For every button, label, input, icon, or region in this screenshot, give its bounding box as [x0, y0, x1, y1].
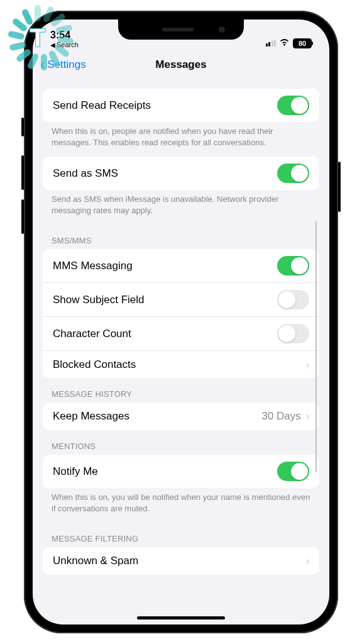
- chevron-right-icon: ›: [306, 411, 309, 422]
- cell-label: MMS Messaging: [53, 260, 277, 272]
- cell-label: Send Read Receipts: [53, 99, 277, 112]
- send-sms-footer: Send as SMS when iMessage is unavailable…: [33, 190, 329, 225]
- character-count-row[interactable]: Character Count: [43, 316, 319, 350]
- read-receipts-toggle[interactable]: [277, 96, 309, 115]
- send-sms-toggle[interactable]: [277, 164, 309, 183]
- cell-label: Notify Me: [53, 465, 277, 478]
- unknown-spam-row[interactable]: Unknown & Spam ›: [43, 547, 319, 575]
- volume-up-button: [21, 155, 24, 190]
- chevron-right-icon: ›: [306, 555, 309, 567]
- mute-switch: [21, 118, 24, 136]
- mentions-footer: When this is on, you will be notified wh…: [33, 488, 329, 523]
- message-filtering-header: MESSAGE FILTERING: [33, 523, 329, 547]
- notify-me-row[interactable]: Notify Me: [43, 455, 319, 488]
- cell-label: Blocked Contacts: [53, 358, 306, 371]
- cell-label: Send as SMS: [53, 167, 277, 180]
- cellular-signal-icon: [266, 40, 277, 47]
- chevron-right-icon: ›: [306, 359, 309, 370]
- scroll-indicator[interactable]: [315, 221, 317, 472]
- send-as-sms-row[interactable]: Send as SMS: [43, 157, 319, 190]
- page-title: Messages: [155, 58, 206, 71]
- show-subject-field-row[interactable]: Show Subject Field: [43, 282, 319, 316]
- send-read-receipts-row[interactable]: Send Read Receipts: [43, 89, 319, 122]
- cell-label: Unknown & Spam: [53, 555, 306, 567]
- cell-label: Show Subject Field: [53, 294, 277, 306]
- read-receipts-footer: When this is on, people are notified whe…: [33, 122, 329, 157]
- char-count-toggle[interactable]: [277, 324, 309, 343]
- home-indicator[interactable]: [137, 616, 225, 619]
- battery-indicator: 80: [293, 38, 312, 48]
- keep-messages-value: 30 Days: [261, 410, 300, 423]
- mentions-header: MENTIONS: [33, 430, 329, 455]
- volume-down-button: [21, 199, 24, 234]
- subject-toggle[interactable]: [277, 290, 309, 309]
- message-history-header: MESSAGE HISTORY: [33, 378, 329, 402]
- side-button: [338, 162, 341, 212]
- settings-content[interactable]: Send Read Receipts When this is on, peop…: [33, 79, 329, 612]
- blocked-contacts-row[interactable]: Blocked Contacts ›: [43, 350, 319, 378]
- cell-label: Keep Messages: [53, 410, 261, 423]
- mms-toggle[interactable]: [277, 256, 309, 275]
- sms-mms-header: SMS/MMS: [33, 225, 329, 249]
- phone-frame: 3:54 ◀ Search 80 ‹ Settings: [24, 11, 338, 633]
- phone-screen: 3:54 ◀ Search 80 ‹ Settings: [33, 19, 329, 625]
- mms-messaging-row[interactable]: MMS Messaging: [43, 249, 319, 282]
- cell-label: Character Count: [53, 328, 277, 340]
- watermark-logo: T: [3, 3, 72, 72]
- nav-bar: ‹ Settings Messages: [33, 51, 329, 79]
- keep-messages-row[interactable]: Keep Messages 30 Days ›: [43, 402, 319, 430]
- wifi-icon: [279, 38, 290, 48]
- notify-toggle[interactable]: [277, 462, 309, 481]
- notch: [118, 19, 244, 40]
